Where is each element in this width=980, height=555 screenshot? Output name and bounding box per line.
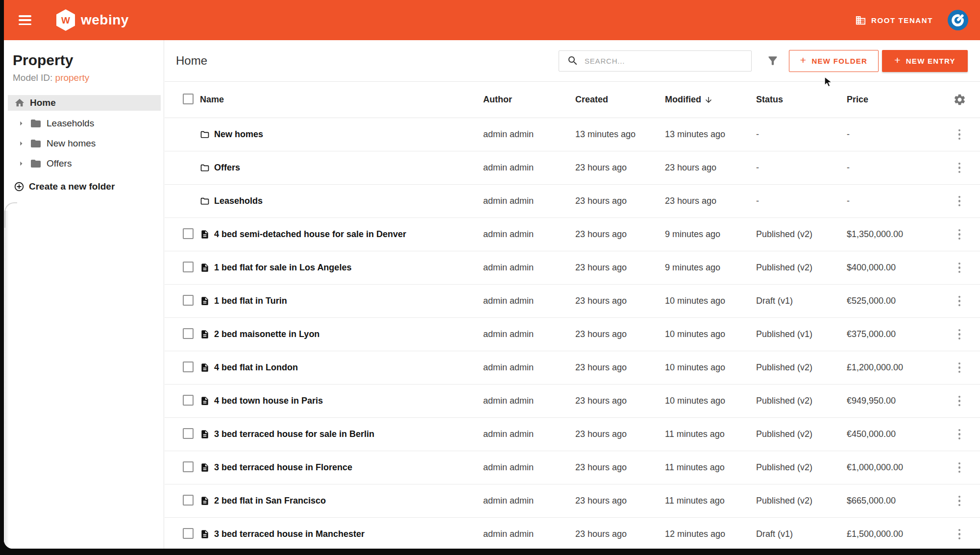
tree-item-new-homes[interactable]: New homes — [4, 136, 164, 151]
tree-item-leaseholds[interactable]: Leaseholds — [4, 116, 164, 131]
row-created: 23 hours ago — [575, 163, 665, 173]
row-menu-button[interactable] — [956, 260, 964, 276]
top-bar: W webiny ROOT TENANT — [4, 0, 980, 40]
create-folder-button[interactable]: Create a new folder — [14, 181, 164, 192]
sidebar: Property Model ID: property Home Leaseho… — [4, 40, 164, 549]
row-created: 13 minutes ago — [575, 129, 665, 140]
plus-circle-icon — [14, 181, 24, 192]
row-name: 3 bed terraced house for sale in Berlin — [214, 429, 374, 439]
column-name[interactable]: Name — [200, 95, 483, 105]
row-menu-button[interactable] — [956, 360, 964, 376]
row-author: admin admin — [483, 296, 575, 306]
row-status: Published (v2) — [756, 429, 847, 439]
row-menu-button[interactable] — [956, 426, 964, 443]
row-author: admin admin — [483, 163, 575, 173]
row-menu-button[interactable] — [956, 193, 964, 210]
row-checkbox[interactable] — [183, 262, 194, 272]
row-checkbox[interactable] — [183, 461, 194, 472]
column-modified[interactable]: Modified — [665, 95, 756, 105]
row-menu-button[interactable] — [956, 160, 964, 176]
row-menu-button[interactable] — [956, 326, 964, 343]
table-row[interactable]: 1 bed flat in Turin admin admin 23 hours… — [165, 285, 980, 318]
table-row[interactable]: 4 bed town house in Paris admin admin 23… — [165, 385, 980, 418]
document-icon — [200, 263, 210, 273]
column-price[interactable]: Price — [847, 95, 939, 105]
row-status: Published (v1) — [756, 329, 847, 339]
column-author[interactable]: Author — [483, 95, 575, 105]
new-folder-button[interactable]: + NEW FOLDER — [789, 50, 879, 72]
row-price: €375,000.00 — [847, 329, 939, 339]
folder-tree: Home Leaseholds New homes — [4, 95, 164, 171]
row-price: €949,950.00 — [847, 396, 939, 406]
table-row[interactable]: 1 bed flat for sale in Los Angeles admin… — [165, 251, 980, 285]
row-menu-button[interactable] — [956, 493, 964, 509]
table-row[interactable]: 2 bed maisonette in Lyon admin admin 23 … — [165, 318, 980, 351]
table-row[interactable]: New homes admin admin 13 minutes ago 13 … — [165, 118, 980, 151]
search-input[interactable] — [585, 57, 751, 65]
row-modified: 11 minutes ago — [665, 496, 756, 506]
row-checkbox[interactable] — [183, 328, 194, 339]
row-checkbox[interactable] — [183, 495, 194, 506]
webiny-logo: W webiny — [55, 9, 129, 31]
tenant-label: ROOT TENANT — [871, 16, 933, 24]
filter-icon[interactable] — [766, 54, 779, 67]
table-row[interactable]: Offers admin admin 23 hours ago 23 hours… — [165, 151, 980, 185]
select-all-checkbox[interactable] — [183, 94, 194, 104]
row-price: - — [847, 196, 939, 206]
row-menu-button[interactable] — [956, 459, 964, 476]
row-modified: 10 minutes ago — [665, 362, 756, 373]
row-price: $400,000.00 — [847, 263, 939, 273]
table-row[interactable]: 4 bed flat in London admin admin 23 hour… — [165, 351, 980, 385]
row-checkbox[interactable] — [183, 395, 194, 406]
tree-folder-label: New homes — [47, 138, 96, 149]
row-name: 1 bed flat in Turin — [214, 296, 287, 306]
row-author: admin admin — [483, 362, 575, 373]
table-row[interactable]: 4 bed semi-detached house for sale in De… — [165, 218, 980, 251]
row-created: 23 hours ago — [575, 263, 665, 273]
row-checkbox[interactable] — [183, 362, 194, 372]
row-author: admin admin — [483, 196, 575, 206]
row-author: admin admin — [483, 529, 575, 539]
new-entry-button[interactable]: + NEW ENTRY — [882, 50, 968, 72]
building-icon — [855, 15, 866, 26]
row-status: Published (v2) — [756, 229, 847, 240]
row-checkbox[interactable] — [183, 295, 194, 306]
tenant-selector[interactable]: ROOT TENANT — [855, 15, 933, 26]
column-status[interactable]: Status — [756, 95, 847, 105]
hamburger-menu-icon[interactable] — [19, 15, 31, 25]
row-menu-button[interactable] — [956, 126, 964, 143]
model-id-link[interactable]: property — [55, 72, 90, 83]
caret-right-icon[interactable] — [16, 119, 26, 128]
row-menu-button[interactable] — [956, 293, 964, 310]
document-icon — [200, 496, 210, 506]
table-row[interactable]: 3 bed terraced house for sale in Berlin … — [165, 418, 980, 451]
row-modified: 9 minutes ago — [665, 263, 756, 273]
row-modified: 11 minutes ago — [665, 462, 756, 473]
table-row[interactable]: Leaseholds admin admin 23 hours ago 23 h… — [165, 185, 980, 218]
row-checkbox[interactable] — [183, 228, 194, 239]
folder-icon — [30, 158, 42, 169]
breadcrumb: Home — [176, 54, 207, 68]
row-checkbox[interactable] — [183, 428, 194, 439]
user-avatar[interactable] — [948, 10, 968, 30]
caret-right-icon[interactable] — [16, 159, 26, 169]
row-checkbox[interactable] — [183, 528, 194, 539]
table-header: Name Author Created Modified Status Pric… — [165, 82, 980, 118]
table-settings-gear-icon[interactable] — [953, 93, 966, 106]
row-menu-button[interactable] — [956, 226, 964, 243]
table-row[interactable]: 3 bed terraced house in Florence admin a… — [165, 451, 980, 484]
table-row[interactable]: 2 bed flat in San Francisco admin admin … — [165, 484, 980, 518]
tree-folder-label: Leaseholds — [47, 118, 94, 129]
table-row[interactable]: 3 bed terraced house in Manchester admin… — [165, 518, 980, 549]
tree-item-offers[interactable]: Offers — [4, 156, 164, 171]
document-icon — [200, 529, 210, 539]
row-menu-button[interactable] — [956, 526, 964, 543]
row-status: Draft (v1) — [756, 529, 847, 539]
column-created[interactable]: Created — [575, 95, 665, 105]
caret-right-icon[interactable] — [16, 139, 26, 148]
folder-icon — [30, 138, 42, 149]
tree-item-home[interactable]: Home — [8, 95, 161, 111]
row-status: - — [756, 196, 847, 206]
row-menu-button[interactable] — [956, 393, 964, 410]
model-title: Property — [13, 52, 164, 69]
